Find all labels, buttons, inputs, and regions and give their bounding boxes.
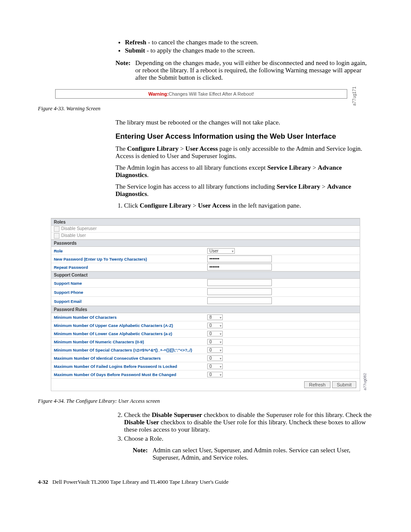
rule-row: Minimum Number Of Special Characters (!@… [51, 346, 360, 354]
checkbox-disable-superuser[interactable] [54, 226, 59, 232]
row-disable-user: Disable User [51, 233, 360, 240]
step-1: Click Configure Library > User Access in… [124, 202, 373, 209]
label-role: Role [51, 248, 207, 254]
section-roles: Roles [51, 218, 360, 226]
chevron-down-icon: ▾ [220, 365, 221, 369]
label-support-name: Support Name [51, 280, 207, 286]
user-access-form: Roles Disable Superuser Disable User Pas… [51, 218, 360, 391]
rule-row: Minimum Number Of Characters8▾ [51, 313, 360, 321]
input-repeat-password[interactable]: •••••• [207, 264, 272, 271]
chevron-down-icon: ▾ [220, 373, 221, 377]
step-2: Check the Disable Superuser checkbox to … [124, 411, 373, 433]
rule-select[interactable]: 0▾ [207, 355, 223, 361]
warning-banner: Warning: Changes Will Take Effect After … [55, 89, 347, 99]
bullet-submit: Submit - to apply the changes made to th… [125, 47, 373, 54]
rule-label: Minimum Number Of Lower Case Alphabetic … [51, 330, 207, 337]
rule-label: Minimum Number Of Special Characters (!@… [51, 347, 207, 353]
select-role[interactable]: User▾ [207, 248, 235, 254]
input-support-phone[interactable] [207, 288, 272, 295]
input-support-email[interactable] [207, 297, 272, 304]
rule-select[interactable]: 0▾ [207, 347, 223, 353]
figure-4-33-caption: Figure 4-33. Warning Screen [38, 106, 373, 112]
rule-row: Minimum Number Of Upper Case Alphabetic … [51, 321, 360, 330]
submit-button[interactable]: Submit [332, 381, 356, 388]
chevron-down-icon: ▾ [220, 340, 221, 344]
row-disable-superuser: Disable Superuser [51, 226, 360, 233]
label-new-password: New Password (Enter Up To Twenty Charact… [51, 256, 207, 262]
figure-code-1: a77ug171 [352, 87, 357, 106]
steps-list-1: Click Configure Library > User Access in… [115, 202, 373, 209]
section-heading: Entering User Access Information using t… [115, 132, 373, 141]
note-reboot-warning: Note: Depending on the changes made, you… [115, 59, 373, 81]
chevron-down-icon: ▾ [220, 332, 221, 336]
chevron-down-icon: ▾ [232, 249, 234, 253]
footer-title: Dell PowerVault TL2000 Tape Library and … [53, 479, 229, 485]
rule-row: Maximum Number Of Days Before Password M… [51, 370, 360, 379]
bullet-refresh: Refresh - to cancel the changes made to … [125, 39, 373, 46]
input-support-name[interactable] [207, 279, 272, 286]
figure-4-33: Warning: Changes Will Take Effect After … [38, 89, 373, 99]
rule-label: Maximum Number Of Identical Consecutive … [51, 355, 207, 361]
input-new-password[interactable]: •••••• [207, 255, 272, 262]
label-support-email: Support Email [51, 298, 207, 305]
reboot-paragraph: The library must be rebooted or the chan… [115, 119, 373, 126]
rule-select[interactable]: 0▾ [207, 331, 223, 336]
chevron-down-icon: ▾ [220, 316, 221, 320]
note-role-select: Note: Admin can select User, Superuser, … [133, 447, 373, 461]
rule-select[interactable]: 0▾ [207, 339, 223, 345]
chevron-down-icon: ▾ [220, 357, 221, 361]
section-support: Support Contact [51, 271, 360, 279]
admin-access-paragraph: The Admin login has access to all librar… [115, 164, 373, 179]
steps-list-2: Check the Disable Superuser checkbox to … [115, 411, 373, 461]
rule-label: Minimum Number Of Numeric Characters (0-… [51, 339, 207, 345]
rule-label: Maximum Number Of Days Before Password M… [51, 371, 207, 378]
figure-code-2: a77ug082 [363, 373, 367, 390]
chevron-down-icon: ▾ [220, 348, 221, 352]
service-access-paragraph: The Service login has access to all libr… [115, 183, 373, 198]
bullet-list: Refresh - to cancel the changes made to … [115, 39, 373, 54]
rule-select[interactable]: 8▾ [207, 314, 223, 320]
rule-select[interactable]: 0▾ [207, 372, 223, 377]
refresh-button[interactable]: Refresh [304, 381, 330, 388]
section-passwords: Passwords [51, 240, 360, 247]
rule-select[interactable]: 0▾ [207, 364, 223, 369]
rule-select[interactable]: 0▾ [207, 323, 223, 328]
step-3: Choose a Role. Note: Admin can select Us… [124, 435, 373, 461]
section-password-rules: Password Rules [51, 306, 360, 313]
rule-row: Minimum Number Of Numeric Characters (0-… [51, 338, 360, 346]
rule-row: Maximum Number Of Failed Logins Before P… [51, 362, 360, 370]
intro-paragraph: The Configure Library > User Access page… [115, 145, 373, 160]
page-footer: 4-32 Dell PowerVault TL2000 Tape Library… [38, 479, 373, 485]
page-number: 4-32 [38, 479, 48, 485]
rule-label: Minimum Number Of Upper Case Alphabetic … [51, 322, 207, 329]
rule-label: Maximum Number Of Failed Logins Before P… [51, 363, 207, 370]
rule-row: Minimum Number Of Lower Case Alphabetic … [51, 330, 360, 338]
chevron-down-icon: ▾ [220, 324, 221, 328]
figure-4-34-caption: Figure 4-34. The Configure Library: User… [38, 398, 373, 404]
rule-label: Minimum Number Of Characters [51, 314, 207, 320]
label-support-phone: Support Phone [51, 289, 207, 296]
rule-row: Maximum Number Of Identical Consecutive … [51, 354, 360, 362]
label-repeat-password: Repeat Password [51, 264, 207, 271]
checkbox-disable-user[interactable] [54, 233, 59, 239]
